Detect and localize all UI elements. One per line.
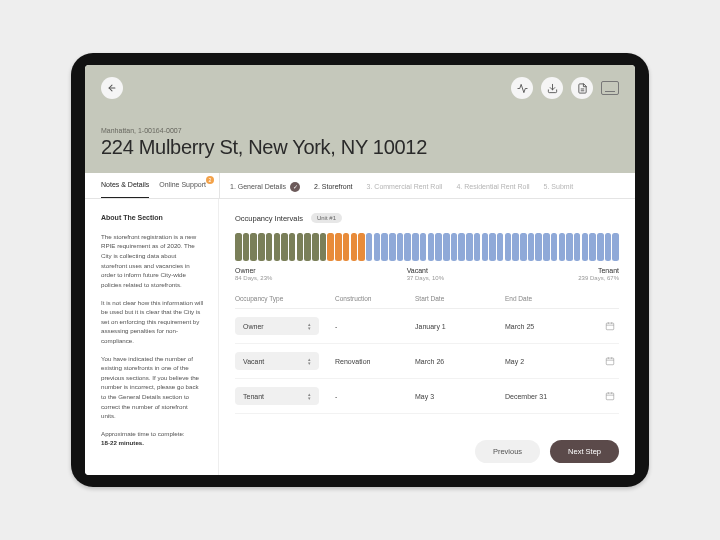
- construction-cell: Renovation: [335, 358, 415, 365]
- interval-bar-segment: [466, 233, 473, 261]
- interval-bar-segment: [358, 233, 365, 261]
- interval-bar-segment: [559, 233, 566, 261]
- interval-bar-segment: [381, 233, 388, 261]
- address-title: 224 Mulberry St, New York, NY 10012: [101, 136, 619, 159]
- side-heading: About The Section: [101, 213, 204, 224]
- tab-online-support[interactable]: Online Support 2: [159, 181, 206, 192]
- step-residential-rent-roll[interactable]: 4. Residential Rent Roll: [456, 183, 529, 190]
- end-date-value: March 25: [505, 323, 534, 330]
- calendar-icon[interactable]: [605, 391, 615, 401]
- stepper-icon: ▴▾: [308, 357, 311, 365]
- interval-bar-segment: [482, 233, 489, 261]
- interval-bar-segment: [404, 233, 411, 261]
- tab-notes-details[interactable]: Notes & Details: [101, 181, 149, 192]
- arrow-left-icon: [107, 83, 117, 93]
- previous-button[interactable]: Previous: [475, 440, 540, 463]
- interval-bar-segment: [428, 233, 435, 261]
- col-occupancy-type: Occupancy Type: [235, 295, 335, 302]
- legend-tenant-sub: 239 Days, 67%: [578, 275, 619, 281]
- legend-tenant-name: Tenant: [578, 267, 619, 274]
- check-icon: ✓: [290, 182, 300, 192]
- unit-pill[interactable]: Unit #1: [311, 213, 342, 223]
- svg-rect-4: [606, 323, 614, 330]
- legend-vacant-sub: 37 Days, 10%: [407, 275, 444, 281]
- support-badge: 2: [206, 176, 214, 184]
- tablet-frame: Manhattan, 1-00164-0007 224 Mulberry St,…: [71, 53, 649, 487]
- step-1-label: 1. General Details: [230, 183, 286, 190]
- construction-cell: -: [335, 323, 415, 330]
- start-date-cell: March 26: [415, 358, 505, 365]
- occupancy-header: Occupancy Intervals Unit #1: [235, 213, 619, 223]
- back-button[interactable]: [101, 77, 123, 99]
- interval-bar-segment: [505, 233, 512, 261]
- tab-online-support-label: Online Support: [159, 181, 206, 188]
- occupancy-type-select[interactable]: Vacant▴▾: [235, 352, 319, 370]
- interval-bar-segment: [497, 233, 504, 261]
- fullscreen-button[interactable]: [601, 81, 619, 95]
- interval-bar-segment: [589, 233, 596, 261]
- interval-bar-segment: [366, 233, 373, 261]
- interval-bar-segment: [297, 233, 304, 261]
- col-end-date: End Date: [505, 295, 619, 302]
- construction-cell: -: [335, 393, 415, 400]
- occupancy-type-select[interactable]: Tenant▴▾: [235, 387, 319, 405]
- interval-bar-segment: [343, 233, 350, 261]
- interval-bar-segment: [304, 233, 311, 261]
- interval-bar-segment: [582, 233, 589, 261]
- step-general-details[interactable]: 1. General Details ✓: [230, 182, 300, 192]
- stepper-icon: ▴▾: [308, 322, 311, 330]
- header-actions: [511, 77, 619, 99]
- interval-bar-segment: [412, 233, 419, 261]
- next-step-button[interactable]: Next Step: [550, 440, 619, 463]
- interval-bar-segment: [535, 233, 542, 261]
- download-button[interactable]: [541, 77, 563, 99]
- activity-icon: [517, 83, 528, 94]
- interval-legend: Owner 84 Days, 23% Vacant 37 Days, 10% T…: [235, 267, 619, 281]
- interval-bar-segment: [597, 233, 604, 261]
- interval-bar-segment: [235, 233, 242, 261]
- legend-vacant-name: Vacant: [407, 267, 444, 274]
- interval-bar-segment: [574, 233, 581, 261]
- download-icon: [547, 83, 558, 94]
- calendar-icon[interactable]: [605, 356, 615, 366]
- side-p4: Approximate time to complete: 18-22 minu…: [101, 429, 204, 448]
- side-p3: You have indicated the number of existin…: [101, 354, 204, 421]
- interval-bar-segment: [289, 233, 296, 261]
- interval-bar-segment: [451, 233, 458, 261]
- interval-bar-segment: [389, 233, 396, 261]
- interval-bar-segment: [351, 233, 358, 261]
- interval-bar-segment: [566, 233, 573, 261]
- main-panel: Occupancy Intervals Unit #1 Owner 84 Day…: [219, 199, 635, 475]
- steps: 1. General Details ✓ 2. Storefront 3. Co…: [219, 173, 635, 198]
- tabs-row: Notes & Details Online Support 2 1. Gene…: [85, 173, 635, 199]
- step-storefront[interactable]: 2. Storefront: [314, 183, 353, 190]
- interval-bar-segment: [320, 233, 327, 261]
- left-tabs: Notes & Details Online Support 2: [85, 173, 219, 198]
- calendar-icon[interactable]: [605, 321, 615, 331]
- interval-bar-segment: [258, 233, 265, 261]
- end-date-value: December 31: [505, 393, 547, 400]
- occupancy-type-select[interactable]: Owner▴▾: [235, 317, 319, 335]
- interval-bar-segment: [458, 233, 465, 261]
- table-row: Owner▴▾-January 1March 25: [235, 309, 619, 344]
- interval-bar-segment: [243, 233, 250, 261]
- start-date-cell: January 1: [415, 323, 505, 330]
- interval-bar-segment: [420, 233, 427, 261]
- document-button[interactable]: [571, 77, 593, 99]
- interval-bar-segment: [512, 233, 519, 261]
- side-panel: About The Section The storefront registr…: [85, 199, 219, 475]
- interval-bar-segment: [397, 233, 404, 261]
- activity-button[interactable]: [511, 77, 533, 99]
- body: About The Section The storefront registr…: [85, 199, 635, 475]
- interval-bar-segment: [605, 233, 612, 261]
- interval-bar-segment: [520, 233, 527, 261]
- interval-bar-segment: [551, 233, 558, 261]
- start-date-cell: May 3: [415, 393, 505, 400]
- step-commercial-rent-roll[interactable]: 3. Commercial Rent Roll: [367, 183, 443, 190]
- occupancy-intervals-title: Occupancy Intervals: [235, 214, 303, 223]
- interval-bar-segment: [528, 233, 535, 261]
- interval-bar-segment: [281, 233, 288, 261]
- interval-bars: [235, 233, 619, 261]
- step-submit[interactable]: 5. Submit: [544, 183, 574, 190]
- interval-bar-segment: [443, 233, 450, 261]
